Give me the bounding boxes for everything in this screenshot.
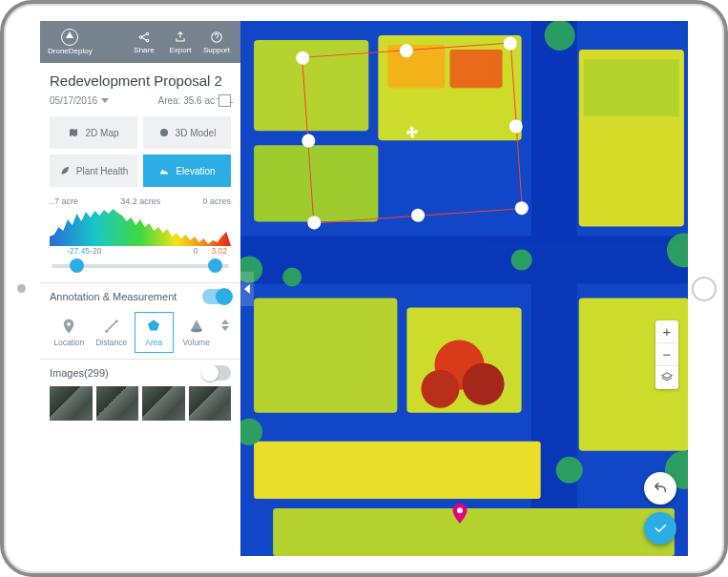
svg-rect-26 — [254, 442, 541, 499]
export-button[interactable]: Export — [164, 31, 197, 54]
svg-point-32 — [556, 457, 583, 484]
resize-handle[interactable] — [509, 118, 523, 133]
pin-icon — [60, 318, 77, 335]
slider-thumb-min[interactable] — [70, 258, 84, 273]
export-label: Export — [169, 46, 191, 54]
zoom-in-button[interactable]: + — [655, 320, 678, 343]
view-elevation-label: Elevation — [176, 166, 215, 176]
elevation-range-slider[interactable] — [52, 258, 229, 275]
tablet-frame: DroneDeploy Share Export Support — [0, 0, 728, 577]
share-icon — [137, 31, 151, 44]
project-title: Redevelopment Proposal 2 — [50, 72, 231, 89]
check-icon — [653, 521, 668, 536]
tool-volume-label: Volume — [183, 338, 210, 347]
resize-handle[interactable] — [399, 44, 413, 58]
range-min: -27.45 — [67, 246, 90, 256]
scale-left: ..7 acre — [50, 196, 78, 206]
range-max: 3.02 — [211, 246, 227, 256]
svg-point-36 — [457, 507, 463, 513]
globe-icon — [158, 127, 170, 138]
selection-rectangle[interactable] — [302, 43, 523, 224]
tool-area-label: Area — [145, 338, 162, 347]
scale-right: 0 acres — [202, 196, 231, 206]
view-elevation[interactable]: Elevation — [143, 155, 231, 187]
crop-icon[interactable] — [218, 94, 231, 107]
range-zero: 0 — [194, 246, 198, 256]
layers-icon — [660, 371, 674, 384]
svg-rect-19 — [584, 59, 679, 116]
scale-mid: 34.2 acres — [120, 196, 160, 206]
svg-rect-27 — [273, 508, 675, 556]
svg-point-7 — [115, 319, 118, 322]
annotation-heading: Annotation & Measurement — [50, 291, 177, 302]
tool-distance[interactable]: Distance — [93, 312, 132, 353]
map-icon — [68, 127, 79, 138]
svg-point-29 — [282, 267, 302, 286]
tool-location-label: Location — [53, 338, 84, 347]
leaf-icon — [59, 165, 71, 176]
undo-button[interactable] — [644, 472, 676, 505]
svg-point-23 — [462, 363, 504, 405]
tablet-home-button[interactable] — [692, 277, 717, 301]
zoom-out-button[interactable]: − — [655, 343, 678, 366]
tool-scroll-arrows[interactable] — [219, 312, 231, 331]
svg-point-2 — [146, 39, 149, 42]
layers-button[interactable] — [655, 366, 678, 389]
view-2d-map[interactable]: 2D Map — [50, 116, 137, 149]
chevron-down-icon — [101, 98, 109, 103]
image-thumbnail[interactable] — [50, 386, 93, 421]
view-3d-model[interactable]: 3D Model — [143, 116, 231, 149]
project-area: Area: 35.6 ac — [158, 95, 215, 106]
elevation-scale-labels: ..7 acre 34.2 acres 0 acres — [50, 196, 231, 206]
svg-point-4 — [160, 129, 168, 136]
view-3d-label: 3D Model — [176, 128, 217, 138]
sidebar: DroneDeploy Share Export Support — [40, 21, 240, 556]
export-icon — [174, 31, 187, 44]
image-thumbnails — [50, 386, 231, 421]
tool-location[interactable]: Location — [50, 312, 89, 353]
images-toggle[interactable] — [202, 365, 231, 381]
tablet-camera — [17, 284, 26, 293]
svg-point-5 — [67, 322, 71, 326]
image-thumbnail[interactable] — [96, 386, 139, 421]
chevron-up-icon — [221, 319, 229, 324]
polygon-icon — [145, 318, 162, 335]
map-canvas[interactable]: + − — [240, 21, 688, 556]
date-picker[interactable]: 05/17/2016 — [50, 95, 109, 106]
support-label: Support — [203, 46, 230, 54]
annotation-toggle[interactable] — [202, 289, 231, 304]
slider-thumb-max[interactable] — [208, 258, 222, 273]
view-plant-health[interactable]: Plant Health — [50, 155, 137, 187]
svg-rect-11 — [240, 236, 688, 283]
image-thumbnail[interactable] — [142, 386, 185, 421]
images-heading: Images(299) — [50, 367, 109, 379]
line-icon — [103, 318, 120, 335]
project-date: 05/17/2016 — [50, 95, 97, 106]
tool-volume[interactable]: Volume — [177, 312, 217, 353]
tool-area[interactable]: Area — [135, 312, 174, 353]
svg-point-35 — [511, 249, 532, 270]
app-header: DroneDeploy Share Export Support — [40, 21, 240, 63]
sidebar-collapse-button[interactable] — [240, 272, 254, 306]
view-plant-label: Plant Health — [76, 166, 128, 176]
elevation-histogram — [50, 208, 231, 246]
location-pin[interactable] — [451, 503, 468, 525]
app-screen: DroneDeploy Share Export Support — [40, 21, 688, 556]
svg-point-30 — [545, 21, 575, 51]
svg-point-8 — [191, 329, 202, 332]
chevron-down-icon — [221, 326, 229, 331]
resize-handle[interactable] — [296, 51, 310, 65]
cone-icon — [188, 318, 205, 335]
share-label: Share — [134, 46, 154, 54]
resize-handle[interactable] — [302, 134, 316, 148]
move-icon[interactable] — [403, 124, 421, 142]
support-icon — [210, 31, 223, 44]
support-button[interactable]: Support — [200, 31, 233, 54]
brand[interactable]: DroneDeploy — [48, 29, 93, 55]
confirm-button[interactable] — [644, 512, 676, 545]
svg-rect-20 — [254, 299, 397, 413]
tool-distance-label: Distance — [95, 338, 127, 347]
image-thumbnail[interactable] — [189, 386, 232, 421]
share-button[interactable]: Share — [128, 31, 160, 54]
range-value-labels: -27.45 -20 0 3.02 — [50, 246, 231, 256]
